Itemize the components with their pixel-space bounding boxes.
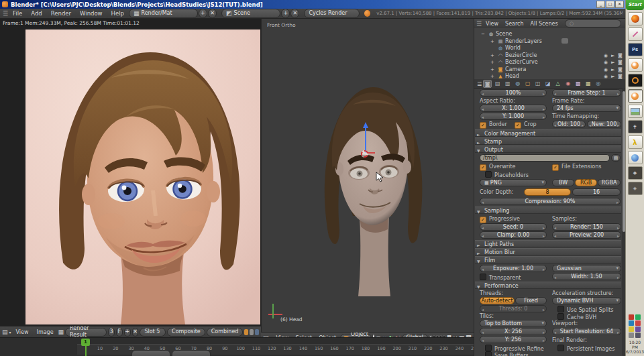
- border-checkbox[interactable]: Border: [480, 121, 507, 129]
- selectability-arrow-icon[interactable]: ►: [611, 73, 614, 79]
- tile-y-slider[interactable]: Y: 256: [480, 336, 547, 343]
- tab-render-layers[interactable]: ▤: [493, 80, 502, 88]
- image-users-button[interactable]: 3: [108, 328, 115, 337]
- panel-color-management[interactable]: Color Management: [475, 129, 621, 137]
- expand-icon[interactable]: +: [489, 73, 496, 79]
- current-frame-badge[interactable]: 1: [81, 339, 90, 346]
- system-tray[interactable]: [629, 314, 641, 338]
- minimize-button[interactable]: _: [596, 1, 605, 8]
- menu-window[interactable]: Window: [76, 10, 107, 17]
- taskbar-pen-tool-icon[interactable]: [628, 27, 643, 41]
- maximize-button[interactable]: □: [606, 1, 614, 8]
- outliner-editor-type-icon[interactable]: ☰: [476, 20, 482, 27]
- renderability-camera-icon[interactable]: ◙: [618, 52, 623, 59]
- render-slot-selector[interactable]: Slot 5: [140, 328, 166, 337]
- tab-scene[interactable]: ▥: [503, 80, 512, 88]
- renderlayer-toggle-icon[interactable]: [561, 38, 568, 44]
- selectability-arrow-icon[interactable]: ►: [611, 52, 614, 59]
- expand-icon[interactable]: +: [489, 38, 496, 45]
- progressive-checkbox[interactable]: Progressive: [480, 216, 520, 223]
- tab-object[interactable]: ▢: [523, 80, 532, 88]
- persistent-images-checkbox[interactable]: Persistent Images: [557, 345, 614, 353]
- outliner-region[interactable]: ☰ View Search All Scenes ○ −◍Scene +▤Ren…: [474, 19, 625, 79]
- time-remap-old-slider[interactable]: Old: 100: [552, 121, 586, 128]
- window-titlebar[interactable]: Blender* [C:\Users\PJC\Desktop\Blends\Pr…: [0, 0, 625, 9]
- panel-output[interactable]: Output: [475, 145, 621, 153]
- scene-selector[interactable]: ◩ Scene: [221, 9, 280, 18]
- taskbar-globe-icon[interactable]: [628, 151, 643, 164]
- expand-icon[interactable]: +: [489, 66, 496, 73]
- manipulator-z-arrow-icon[interactable]: [363, 122, 368, 128]
- properties-region[interactable]: ☰ ◙ ▤ ▥ ◍ ▢ ◫ ◪ △ ◉ ▩ ▦ ◎ 100% Frame Ste…: [474, 79, 625, 356]
- scrollbar-thumb[interactable]: [623, 91, 625, 232]
- rgb-button[interactable]: RGB: [575, 179, 597, 186]
- visibility-eye-icon[interactable]: ◉: [604, 73, 608, 79]
- fps-dropdown[interactable]: 24 fps: [552, 105, 621, 112]
- delete-scene-button[interactable]: ✕: [290, 9, 299, 18]
- render-samples-slider[interactable]: Render: 150: [552, 223, 621, 231]
- color-channel-icon[interactable]: [244, 329, 248, 335]
- visibility-eye-icon[interactable]: ◉: [604, 59, 608, 66]
- tab-modifiers[interactable]: ◪: [543, 80, 552, 88]
- render-pass-selector[interactable]: Combined: [207, 328, 244, 337]
- image-editor-region[interactable]: Frame:1 Mem:249.33M, Peak: 256.58M Time:…: [0, 19, 261, 337]
- taskbar-app-a-icon[interactable]: ◆: [628, 166, 643, 180]
- zbuffer-channel-icon[interactable]: [255, 329, 259, 335]
- screen-layout-selector[interactable]: ▦ Render/Mat: [129, 9, 198, 18]
- expand-icon[interactable]: +: [489, 52, 496, 59]
- selectability-arrow-icon[interactable]: ►: [611, 66, 614, 73]
- seed-slider[interactable]: Seed: 0: [480, 223, 547, 231]
- file-extensions-checkbox[interactable]: File Extensions: [552, 164, 601, 171]
- outliner-menu-view[interactable]: View: [483, 21, 501, 27]
- render-layer-selector[interactable]: Composite: [167, 328, 205, 337]
- tile-x-slider[interactable]: X: 256: [480, 328, 547, 335]
- start-resolution-slider[interactable]: Start Resolution: 64: [552, 328, 621, 335]
- panel-film[interactable]: Film: [475, 256, 621, 263]
- viewport-head-model[interactable]: [306, 75, 440, 296]
- output-path-field[interactable]: /tmp\: [480, 154, 610, 162]
- unlink-image-button[interactable]: ✕: [132, 328, 139, 337]
- save-buffers-checkbox[interactable]: Save Buffers: [485, 351, 529, 356]
- panel-light-paths[interactable]: Light Paths: [475, 240, 621, 247]
- tab-material[interactable]: ◉: [564, 80, 572, 88]
- tab-particles[interactable]: ▦: [584, 80, 592, 88]
- properties-editor-type-icon[interactable]: ☰: [477, 81, 482, 87]
- taskbar-media-app-icon[interactable]: [628, 74, 643, 87]
- crop-checkbox[interactable]: Crop: [515, 121, 537, 129]
- compression-slider[interactable]: Compression: 90%: [480, 198, 621, 205]
- render-engine-selector[interactable]: Cycles Render: [304, 9, 360, 18]
- menu-help[interactable]: Help: [107, 10, 128, 17]
- preview-samples-slider[interactable]: Preview: 200: [552, 231, 621, 239]
- image-datablock-icon[interactable]: ▦: [58, 329, 64, 335]
- threads-count-slider[interactable]: Threads: 0: [480, 305, 547, 312]
- depth-8-button[interactable]: 8: [524, 188, 571, 196]
- rgba-button[interactable]: RGBA: [598, 179, 621, 186]
- tab-object-data[interactable]: △: [553, 80, 562, 88]
- file-browse-button[interactable]: ▤: [611, 154, 621, 162]
- outliner-row-camera[interactable]: +◙Camera ◉►◙: [474, 66, 625, 73]
- menu-add[interactable]: Add: [27, 10, 46, 17]
- panel-motion-blur[interactable]: Motion Blur: [475, 248, 621, 255]
- taskbar-photoshop-icon[interactable]: Ps: [628, 43, 643, 56]
- image-datablock-field[interactable]: Render Result: [65, 328, 107, 337]
- add-layout-button[interactable]: +: [199, 9, 207, 18]
- transparent-checkbox[interactable]: Transparent: [480, 274, 521, 282]
- timeline-region[interactable]: 1020304050607080901001101201301401501601…: [0, 337, 474, 356]
- outliner-row-beziercurve[interactable]: +◠BezierCurve ◉►◙: [474, 59, 625, 66]
- panel-sampling[interactable]: Sampling: [475, 206, 621, 214]
- visibility-eye-icon[interactable]: ◉: [604, 52, 608, 59]
- outliner-menu-search[interactable]: Search: [502, 21, 526, 27]
- image-editor-type-icon[interactable]: ▤: [2, 329, 8, 335]
- header-collapse-icon[interactable]: ▾: [9, 330, 11, 335]
- taskbar-character-app-icon[interactable]: λ: [628, 135, 643, 149]
- visibility-eye-icon[interactable]: ◉: [604, 66, 608, 73]
- depth-16-button[interactable]: 16: [572, 188, 621, 196]
- menu-file[interactable]: File: [9, 10, 26, 17]
- delete-layout-button[interactable]: ✕: [208, 9, 217, 18]
- menu-render[interactable]: Render: [47, 10, 75, 17]
- frame-step-slider[interactable]: Frame Step: 1: [552, 89, 621, 97]
- file-format-dropdown[interactable]: ▦ PNG: [480, 179, 547, 186]
- manipulator-z-axis[interactable]: [365, 127, 366, 153]
- close-button[interactable]: ✕: [615, 1, 624, 8]
- filter-width-slider[interactable]: Width: 1.50: [552, 273, 621, 280]
